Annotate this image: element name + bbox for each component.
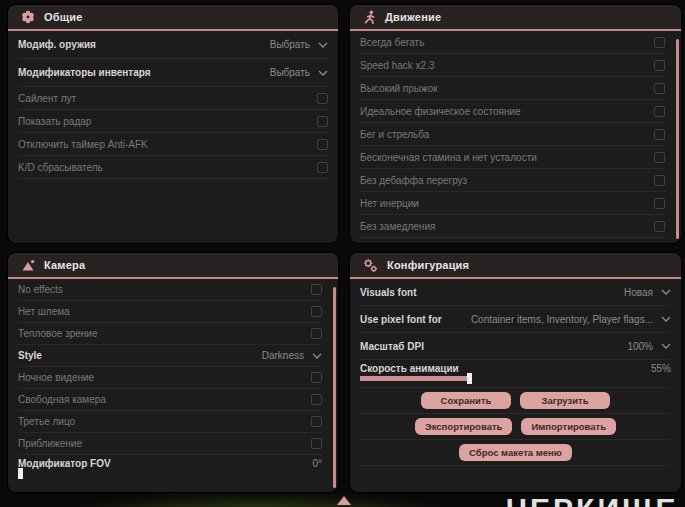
panel-movement-body: Всегда бегать Speed hack x2.3 Высокий пр… xyxy=(350,31,681,238)
perfect-condition-checkbox[interactable] xyxy=(654,106,665,117)
panel-movement: Движение Всегда бегать Speed hack x2.3 В… xyxy=(350,5,681,243)
anti-afk-checkbox[interactable] xyxy=(317,139,328,150)
panel-movement-title: Движение xyxy=(385,11,441,23)
row-label: Нет инерции xyxy=(360,198,419,209)
row-label: Масштаб DPI xyxy=(360,341,424,352)
export-button[interactable]: Экспортировать xyxy=(415,418,512,435)
row-thermal-vision: Тепловое зрение xyxy=(18,323,322,345)
high-jump-checkbox[interactable] xyxy=(654,83,665,94)
infinite-stamina-checkbox[interactable] xyxy=(654,152,665,163)
row-label: Скорость анимации xyxy=(360,363,459,374)
free-camera-checkbox[interactable] xyxy=(311,394,322,405)
no-inertia-checkbox[interactable] xyxy=(654,198,665,209)
row-label: Приближение xyxy=(18,438,82,449)
row-label: Модификатор FOV xyxy=(18,458,111,469)
panel-general: Общие Модиф. оружия Выбрать Модификаторы… xyxy=(8,5,338,243)
row-label: Нет шлема xyxy=(18,306,70,317)
row-run-and-shoot: Бег и стрельба xyxy=(360,123,665,146)
anim-speed-slider[interactable] xyxy=(360,376,560,382)
panel-camera: Камера No effects Нет шлема Тепловое зре… xyxy=(8,253,338,492)
chevron-down-icon xyxy=(661,316,671,322)
zoom-checkbox[interactable] xyxy=(311,438,322,449)
row-label: Свободная камера xyxy=(18,394,106,405)
row-kd-reset: K/D сбрасыватель xyxy=(18,156,328,179)
panel-general-title: Общие xyxy=(44,11,83,23)
no-slowdown-checkbox[interactable] xyxy=(654,221,665,232)
chevron-down-icon xyxy=(318,42,328,48)
inventory-mods-dropdown[interactable]: Выбрать xyxy=(270,67,328,78)
panel-camera-body: No effects Нет шлема Тепловое зрение Sty… xyxy=(8,279,338,487)
row-weapon-mod: Модиф. оружия Выбрать xyxy=(18,31,328,59)
row-no-inertia: Нет инерции xyxy=(360,192,665,215)
row-visuals-font: Visuals font Новая xyxy=(360,279,671,306)
no-overload-debuff-checkbox[interactable] xyxy=(654,175,665,186)
image-icon xyxy=(21,258,35,272)
row-night-vision: Ночное видение xyxy=(18,367,322,389)
load-button[interactable]: Загрузить xyxy=(520,392,610,409)
panel-camera-header[interactable]: Камера xyxy=(8,253,338,279)
panel-config: Конфигурация Visuals font Новая Use pixe… xyxy=(350,253,681,492)
row-label: Модиф. оружия xyxy=(18,39,96,50)
chevron-down-icon xyxy=(318,70,328,76)
import-button[interactable]: Импортировать xyxy=(521,418,616,435)
chevron-down-icon xyxy=(661,289,671,295)
anim-speed-slider-handle[interactable] xyxy=(467,373,472,384)
row-label: Бег и стрельба xyxy=(360,129,429,140)
kd-reset-checkbox[interactable] xyxy=(317,162,328,173)
mod-menu-overlay: ЧЕРКИЩЕ Общие Модиф. оружия Выб xyxy=(0,0,685,507)
thermal-vision-checkbox[interactable] xyxy=(311,328,322,339)
pink-triangle-marker xyxy=(337,496,351,505)
panel-general-header[interactable]: Общие xyxy=(8,5,338,31)
weapon-mod-dropdown[interactable]: Выбрать xyxy=(270,39,328,50)
panel-config-header[interactable]: Конфигурация xyxy=(350,253,681,279)
reset-layout-button[interactable]: Сброс макета меню xyxy=(459,444,572,461)
row-pixel-font: Use pixel font for Container items, Inve… xyxy=(360,306,671,333)
speed-hack-checkbox[interactable] xyxy=(654,60,665,71)
row-label: Тепловое зрение xyxy=(18,328,98,339)
pixel-font-dropdown[interactable]: Container items, Inventory, Player flags… xyxy=(471,314,671,325)
visuals-font-dropdown[interactable]: Новая xyxy=(624,287,671,298)
row-label: Use pixel font for xyxy=(360,314,442,325)
row-label: Сайлент лут xyxy=(18,93,76,104)
night-vision-checkbox[interactable] xyxy=(311,372,322,383)
row-label: Отключить таймер Anti-AFK xyxy=(18,139,148,150)
flower-icon xyxy=(21,10,35,24)
show-radar-checkbox[interactable] xyxy=(317,116,328,127)
style-dropdown[interactable]: Darkness xyxy=(262,350,322,361)
run-and-shoot-checkbox[interactable] xyxy=(654,129,665,140)
config-buttons-row-2: Экспортировать Импортировать xyxy=(360,414,671,440)
row-label: K/D сбрасыватель xyxy=(18,162,103,173)
row-high-jump: Высокий прыжок xyxy=(360,77,665,100)
panel-config-title: Конфигурация xyxy=(387,259,469,271)
row-anti-afk: Отключить таймер Anti-AFK xyxy=(18,133,328,156)
row-third-person: Третье лицо xyxy=(18,411,322,433)
row-infinite-stamina: Бесконечная стамина и нет усталости xyxy=(360,146,665,169)
fov-value: 0° xyxy=(312,458,322,469)
panel-config-body: Visuals font Новая Use pixel font for Co… xyxy=(350,279,681,466)
fov-slider[interactable] xyxy=(18,471,218,477)
dpi-scale-dropdown[interactable]: 100% xyxy=(627,341,671,352)
row-no-effects: No effects xyxy=(18,279,322,301)
third-person-checkbox[interactable] xyxy=(311,416,322,427)
fov-slider-handle[interactable] xyxy=(18,468,23,479)
row-label: Модификаторы инвентаря xyxy=(18,67,151,78)
row-label: Высокий прыжок xyxy=(360,83,438,94)
always-run-checkbox[interactable] xyxy=(654,37,665,48)
chevron-down-icon xyxy=(312,353,322,359)
no-helmet-checkbox[interactable] xyxy=(311,306,322,317)
save-button[interactable]: Сохранить xyxy=(421,392,511,409)
row-label: Показать радар xyxy=(18,116,91,127)
panel-movement-header[interactable]: Движение xyxy=(350,5,681,31)
no-effects-checkbox[interactable] xyxy=(311,284,322,295)
anim-speed-slider-fill xyxy=(360,376,470,381)
silent-loot-checkbox[interactable] xyxy=(317,93,328,104)
row-free-camera: Свободная камера xyxy=(18,389,322,411)
chevron-down-icon xyxy=(661,343,671,349)
row-perfect-condition: Идеальное физическое состояние xyxy=(360,100,665,123)
movement-scrollbar[interactable] xyxy=(676,39,679,239)
row-no-overload-debuff: Без дебаффа перегруз xyxy=(360,169,665,192)
row-label: Всегда бегать xyxy=(360,37,424,48)
location-title: ЧЕРКИЩЕ xyxy=(506,492,679,507)
camera-scrollbar[interactable] xyxy=(333,287,336,488)
row-label: Ночное видение xyxy=(18,372,94,383)
